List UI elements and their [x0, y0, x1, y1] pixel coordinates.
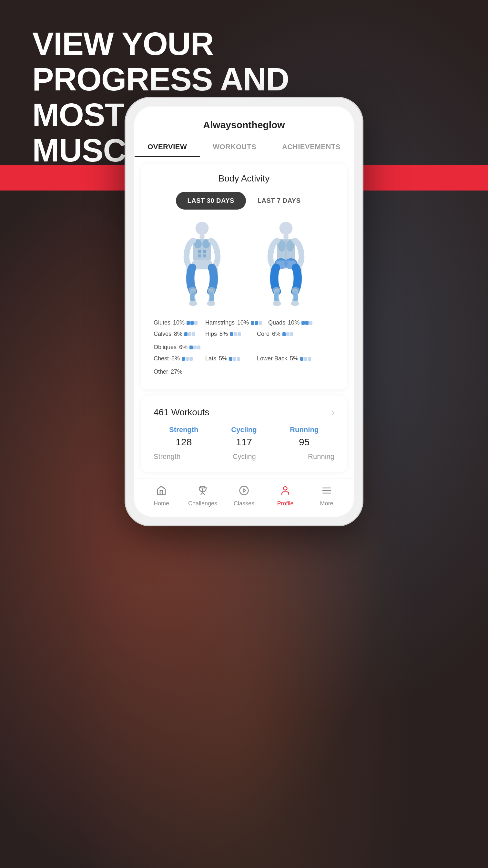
nav-classes[interactable]: Classes [228, 485, 260, 507]
running-label: Running [274, 426, 334, 434]
svg-point-29 [240, 486, 249, 495]
partial-strength: Strength [154, 453, 181, 461]
partial-running: Running [308, 453, 334, 461]
svg-point-13 [207, 301, 215, 306]
workout-types: Strength 128 Cycling 117 Running 95 [154, 426, 334, 447]
svg-rect-6 [203, 250, 206, 253]
svg-marker-30 [243, 489, 246, 492]
nav-home[interactable]: Home [145, 485, 177, 507]
strength-count: 128 [154, 437, 214, 447]
svg-point-12 [189, 301, 197, 306]
svg-point-0 [196, 222, 209, 235]
muscle-core: Core 6% [257, 331, 302, 337]
tab-bar: OVERVIEW WORKOUTS ACHIEVEMENTS [147, 137, 341, 157]
tab-overview[interactable]: OVERVIEW [135, 137, 200, 157]
svg-rect-28 [200, 486, 205, 488]
nav-home-label: Home [154, 500, 169, 507]
body-figures [151, 219, 337, 310]
period-toggle: LAST 30 DAYS LAST 7 DAYS [151, 192, 337, 210]
muscle-chest: Chest 5% [154, 355, 199, 362]
svg-point-24 [291, 287, 299, 293]
workout-type-cycling: Cycling 117 [214, 426, 274, 447]
menu-icon [321, 485, 332, 498]
partial-cycling: Cycling [233, 453, 256, 461]
phone-frame: Alwaysontheglow OVERVIEW WORKOUTS ACHIEV… [125, 97, 363, 526]
muscle-glutes: Glutes 10% [154, 319, 199, 326]
svg-rect-15 [283, 234, 288, 239]
nav-classes-label: Classes [234, 500, 254, 507]
nav-profile[interactable]: Profile [269, 485, 301, 507]
svg-point-14 [280, 222, 293, 235]
nav-more[interactable]: More [311, 485, 343, 507]
muscle-lats: Lats 5% [205, 355, 251, 362]
muscle-stats: Glutes 10% Hamstrings 10% [151, 319, 337, 375]
home-icon [156, 485, 166, 498]
phone-screen: Alwaysontheglow OVERVIEW WORKOUTS ACHIEV… [134, 106, 354, 517]
muscle-calves: Calves 8% [154, 331, 199, 337]
svg-rect-8 [203, 254, 206, 257]
workout-type-running: Running 95 [274, 426, 334, 447]
play-circle-icon [239, 485, 249, 498]
muscle-obliques: Obliques 6% [154, 344, 200, 351]
cycling-label: Cycling [214, 426, 274, 434]
body-activity-card: Body Activity LAST 30 DAYS LAST 7 DAYS [141, 164, 347, 390]
svg-rect-5 [198, 250, 201, 253]
svg-rect-7 [198, 254, 201, 257]
workouts-chevron-icon[interactable]: › [331, 407, 334, 417]
nav-challenges[interactable]: Challenges [187, 485, 219, 507]
nav-challenges-label: Challenges [188, 500, 217, 507]
period-7-days-button[interactable]: LAST 7 DAYS [246, 192, 313, 210]
nav-profile-label: Profile [277, 500, 293, 507]
muscle-other: Other 27% [154, 368, 199, 375]
svg-point-31 [284, 487, 287, 490]
profile-username: Alwaysontheglow [147, 120, 341, 130]
body-figure-front [170, 219, 234, 310]
workouts-total: 461 Workouts [154, 407, 209, 417]
trophy-icon [197, 485, 208, 498]
muscle-row-2: Calves 8% Hips 8% [154, 331, 334, 351]
svg-point-26 [291, 301, 299, 306]
body-figure-back [254, 219, 318, 310]
body-activity-title: Body Activity [151, 174, 337, 184]
svg-point-11 [207, 287, 216, 293]
workout-type-strength: Strength 128 [154, 426, 214, 447]
svg-rect-1 [199, 234, 204, 239]
person-icon [280, 485, 290, 498]
bottom-navigation: Home Challenges [134, 478, 354, 517]
muscle-quads: Quads 10% [268, 319, 314, 326]
muscle-row-3: Chest 5% Lats 5% [154, 355, 334, 375]
strength-label: Strength [154, 426, 214, 434]
cycling-count: 117 [214, 437, 274, 447]
muscle-row-1: Glutes 10% Hamstrings 10% [154, 319, 334, 326]
partial-labels-row: Strength Cycling Running [154, 453, 334, 461]
profile-header: Alwaysontheglow [134, 106, 354, 130]
tab-workouts[interactable]: WORKOUTS [200, 137, 269, 157]
period-30-days-button[interactable]: LAST 30 DAYS [176, 192, 246, 210]
muscle-lower-back: Lower Back 5% [257, 355, 311, 362]
phone-mockup: Alwaysontheglow OVERVIEW WORKOUTS ACHIEV… [125, 97, 363, 526]
running-count: 95 [274, 437, 334, 447]
tab-achievements[interactable]: ACHIEVEMENTS [269, 137, 353, 157]
muscle-hamstrings: Hamstrings 10% [205, 319, 262, 326]
workouts-card: 461 Workouts › Strength 128 Cycling 117 … [141, 396, 347, 472]
svg-point-23 [272, 287, 281, 293]
svg-point-10 [189, 287, 197, 293]
workouts-header: 461 Workouts › [154, 407, 334, 417]
muscle-hips: Hips 8% [205, 331, 251, 337]
nav-more-label: More [320, 500, 333, 507]
svg-point-25 [273, 301, 281, 306]
